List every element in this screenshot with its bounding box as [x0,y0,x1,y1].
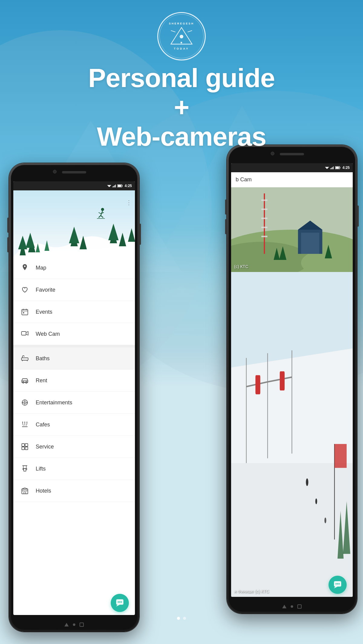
svg-marker-10 [108,186,111,187]
menu-item-service[interactable]: Service [13,436,135,458]
hotels-label: Hotels [36,488,51,494]
webcam-icon [19,328,30,339]
headline-area: Personal guide + Web-cameras [60,63,302,151]
left-screen-header: ⋮ [13,190,135,257]
webcam1-bg-svg [231,187,353,272]
svg-marker-24 [80,236,87,249]
svg-marker-121 [334,587,338,588]
recent-button[interactable] [80,623,84,627]
menu-item-hotels[interactable]: Hotels [13,480,135,502]
webcam-feed-1: (c) КТС [231,187,353,272]
svg-marker-26 [108,224,119,240]
heart-icon [19,284,30,295]
right-battery-icon [335,166,341,169]
svg-rect-59 [22,447,25,450]
webcam1-label: (c) КТС [234,264,248,269]
right-back-button[interactable] [282,605,286,608]
logo-area: SHEREGESH ❄ TODAY [157,12,206,60]
webcam-feed-2: н Финише (с) КТС [231,272,353,597]
svg-rect-81 [331,168,332,169]
right-screen-content: 4:25 b Cam [231,163,353,597]
menu-item-entertainments[interactable]: Entertainments [13,392,135,414]
svg-marker-28 [128,228,135,242]
svg-marker-21 [26,233,35,248]
svg-rect-112 [280,371,285,390]
webcam2-bg-svg [231,272,353,597]
chat-icon-left [116,599,124,607]
svg-rect-14 [115,185,116,187]
right-time: 4:25 [342,166,350,170]
svg-rect-13 [114,185,115,187]
chat-icon-right [333,581,342,589]
menu-item-events[interactable]: Events [13,301,135,323]
svg-marker-44 [26,332,28,335]
lifts-label: Lifts [36,466,46,472]
phone-right-vol-up [225,199,227,215]
svg-point-113 [306,478,308,486]
menu-item-baths[interactable]: Baths [13,348,135,370]
svg-rect-86 [335,167,339,169]
phone-left-screen: 4:25 [13,181,135,615]
phone-left-speaker [62,171,86,173]
menu-item-lifts[interactable]: Lifts [13,458,135,480]
svg-rect-82 [332,167,333,169]
chat-button-right[interactable] [329,576,347,594]
webcam-label-menu: Web Cam [36,331,60,337]
phone-left-power [139,224,141,245]
svg-rect-85 [340,167,340,168]
svg-rect-60 [25,447,28,450]
hotels-icon [19,485,30,496]
svg-marker-29 [36,243,40,252]
home-button[interactable] [73,623,75,626]
right-wifi-icon [325,166,329,169]
phone-left-vol-up [7,218,9,233]
phone-left-vol-down [7,237,9,252]
svg-rect-71 [26,491,27,492]
menu-item-webcam[interactable]: Web Cam [13,323,135,345]
phone-right-bottom [282,604,302,609]
right-home-button[interactable] [291,605,293,608]
svg-rect-97 [264,193,265,254]
rent-icon [19,375,30,386]
phone-right-camera [271,152,274,155]
svg-marker-30 [44,240,49,251]
tower-svg [261,193,267,254]
svg-rect-117 [335,444,347,468]
svg-point-76 [119,601,120,603]
chat-button-left[interactable] [111,594,129,612]
right-recent-button[interactable] [297,604,302,609]
entertainments-label: Entertainments [36,400,72,406]
phone-right-power [357,205,359,227]
svg-marker-19 [18,236,27,249]
svg-rect-92 [301,233,319,254]
menu-item-map[interactable]: Map [13,257,135,279]
pine-trees-svg [13,202,135,257]
svg-point-75 [118,601,119,603]
svg-rect-69 [24,492,26,494]
svg-point-122 [335,583,337,584]
baths-label: Baths [36,355,50,362]
svg-point-31 [101,208,104,211]
page-dot-1[interactable] [177,617,180,620]
svg-rect-102 [261,236,267,237]
svg-rect-80 [330,168,331,169]
menu-item-cafes[interactable]: Cafes [13,414,135,436]
svg-rect-99 [261,209,267,210]
left-time: 4:25 [125,184,132,188]
entertainment-icon [19,397,30,408]
svg-marker-74 [116,605,120,607]
rent-label: Rent [36,377,47,384]
page-dot-2[interactable] [183,617,186,620]
menu-item-rent[interactable]: Rent [13,370,135,392]
menu-items-wrapper: Map Favorite [13,257,135,615]
right-status-icons: 4:25 [325,166,350,170]
three-dots-menu[interactable]: ⋮ [126,199,132,205]
svg-rect-16 [122,185,123,186]
menu-item-favorite[interactable]: Favorite [13,279,135,301]
back-button[interactable] [64,623,69,626]
phone-left-camera [53,170,57,173]
service-icon [19,441,30,452]
bath-icon [19,353,30,364]
svg-rect-42 [23,312,24,313]
events-label: Events [36,309,52,315]
